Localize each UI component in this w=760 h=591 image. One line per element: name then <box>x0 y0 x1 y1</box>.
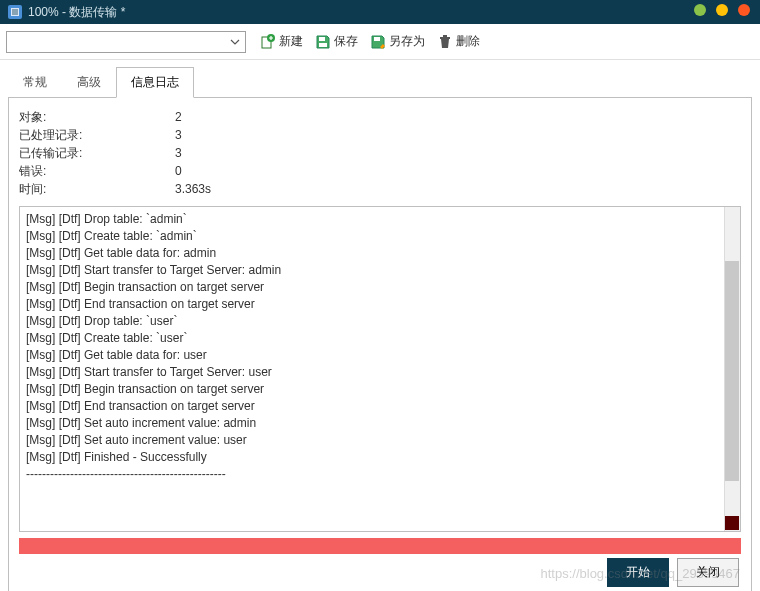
scroll-thumb[interactable] <box>725 261 739 481</box>
scroll-bottom-mark <box>725 516 739 530</box>
stats-time-label: 时间: <box>19 180 175 198</box>
tab-general[interactable]: 常规 <box>8 67 62 98</box>
window-title: 100% - 数据传输 * <box>28 4 125 21</box>
svg-rect-7 <box>443 35 447 37</box>
save-button[interactable]: 保存 <box>311 31 362 52</box>
stats-table: 对象:2 已处理记录:3 已传输记录:3 错误:0 时间:3.363s <box>19 108 741 198</box>
toolbar: 新建 保存 另存为 删除 <box>0 24 760 60</box>
save-label: 保存 <box>334 33 358 50</box>
log-content[interactable]: [Msg] [Dtf] Drop table: `admin` [Msg] [D… <box>20 207 740 531</box>
minimize-dot[interactable] <box>694 4 706 16</box>
new-label: 新建 <box>279 33 303 50</box>
start-button[interactable]: 开始 <box>607 558 669 587</box>
titlebar: 100% - 数据传输 * <box>0 0 760 24</box>
app-icon <box>8 5 22 19</box>
save-icon <box>315 34 331 50</box>
stats-objects-label: 对象: <box>19 108 175 126</box>
maximize-dot[interactable] <box>716 4 728 16</box>
svg-rect-6 <box>440 37 450 39</box>
stats-objects-value: 2 <box>175 108 182 126</box>
saveas-icon <box>370 34 386 50</box>
tab-panel-log: 对象:2 已处理记录:3 已传输记录:3 错误:0 时间:3.363s [Msg… <box>8 98 752 591</box>
stats-transferred-value: 3 <box>175 144 182 162</box>
svg-rect-4 <box>319 43 327 47</box>
stats-errors-value: 0 <box>175 162 182 180</box>
new-button[interactable]: 新建 <box>256 31 307 52</box>
profile-select[interactable] <box>6 31 246 53</box>
new-icon <box>260 34 276 50</box>
stats-errors-label: 错误: <box>19 162 175 180</box>
stats-processed-value: 3 <box>175 126 182 144</box>
scrollbar[interactable] <box>724 207 740 531</box>
svg-rect-3 <box>319 37 325 41</box>
content: 常规 高级 信息日志 对象:2 已处理记录:3 已传输记录:3 错误:0 时间:… <box>0 60 760 591</box>
close-dot[interactable] <box>738 4 750 16</box>
saveas-button[interactable]: 另存为 <box>366 31 429 52</box>
stats-time-value: 3.363s <box>175 180 211 198</box>
stats-processed-label: 已处理记录: <box>19 126 175 144</box>
stats-transferred-label: 已传输记录: <box>19 144 175 162</box>
delete-label: 删除 <box>456 33 480 50</box>
svg-rect-5 <box>374 37 380 41</box>
footer-buttons: 开始 关闭 <box>607 558 739 587</box>
saveas-label: 另存为 <box>389 33 425 50</box>
tab-advanced[interactable]: 高级 <box>62 67 116 98</box>
chevron-down-icon <box>227 34 243 50</box>
close-button[interactable]: 关闭 <box>677 558 739 587</box>
tab-log[interactable]: 信息日志 <box>116 67 194 98</box>
trash-icon <box>437 34 453 50</box>
progress-bar <box>19 538 741 554</box>
window-controls <box>694 4 750 16</box>
delete-button[interactable]: 删除 <box>433 31 484 52</box>
tabs: 常规 高级 信息日志 <box>8 66 752 98</box>
log-box: [Msg] [Dtf] Drop table: `admin` [Msg] [D… <box>19 206 741 532</box>
